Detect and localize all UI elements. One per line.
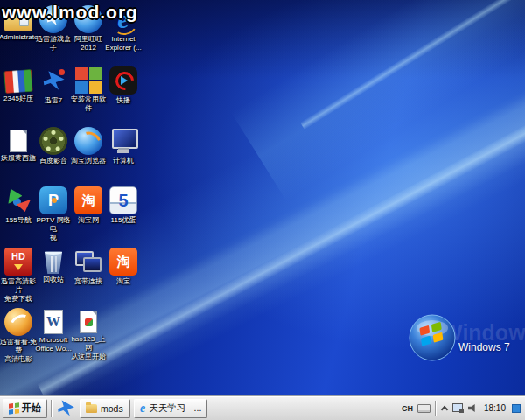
tbsq-icon: 淘 [74, 186, 102, 214]
icon-label: PPTV 网络电 视 [34, 216, 73, 242]
desktop-icon-grid: Administrator迅雷游戏盒子阿里旺旺2012eInternet Exp… [0, 0, 525, 420]
taskbar-window-label: 天天学习 - ... [149, 402, 201, 415]
desktop-icon-broadband-connection[interactable]: 宽带连接 [69, 248, 108, 286]
ime-language-indicator[interactable]: CH [402, 404, 413, 413]
desktop-icon-taobao-site[interactable]: 淘淘宝网 [69, 186, 108, 225]
tray-separator [435, 401, 436, 416]
icon-label: 2345好压 [0, 94, 38, 103]
start-label: 开始 [22, 402, 41, 415]
desktop-icon-taobao[interactable]: 淘淘宝 [104, 248, 143, 286]
desktop-icon-xunlei-hd-movies[interactable]: HD迅雷高清影片 免费下载 [0, 248, 38, 304]
desktop-icon-pptv-network-tv[interactable]: PPPTV 网络电 视 [34, 186, 73, 242]
kankan-icon [4, 308, 32, 336]
speaker-icon[interactable] [468, 403, 478, 413]
zip2345-icon [4, 69, 33, 94]
hidden-icons-chevron[interactable] [440, 404, 448, 412]
icon-label: 计算机 [104, 157, 143, 165]
taskbar-window-label: mods [101, 403, 123, 414]
desktop-icon-xunlei-kankan[interactable]: 迅雷看看-免费 高清电影 [0, 308, 38, 364]
bin-icon [43, 249, 64, 274]
icon-label: 淘宝 [104, 277, 143, 286]
desktop-icon-xunlei-7[interactable]: 迅雷7 [34, 66, 73, 105]
desktop-icon-qvod-player[interactable]: 快播 [104, 66, 143, 105]
keyboard-icon[interactable] [417, 404, 430, 413]
desktop-icon-115-youdan[interactable]: 5115优蛋 [104, 186, 143, 225]
pptv-icon: P [39, 186, 67, 214]
icon-label: 淘宝网 [69, 216, 108, 225]
desktop-screen: Windows 7 Windows 7 www.lmod.org Adminis… [0, 0, 525, 420]
icon-glyph: 5 [110, 187, 136, 214]
icon-glyph: P [39, 186, 67, 214]
icon-glyph: 淘 [74, 186, 102, 214]
ie-icon: e [140, 402, 145, 415]
desktop-icon-hao123-shortcut[interactable]: hao123_上网 从这里开始 [69, 308, 108, 361]
desktop-icon-baidu-player[interactable]: 百度影音 [34, 127, 73, 165]
icon-label: 阿里旺旺2012 [69, 35, 108, 52]
icon-label: Administrator [0, 33, 38, 42]
site-watermark: www.lmod.org [2, 2, 138, 23]
broadband-icon [74, 248, 102, 276]
icon-label: 155导航 [0, 216, 38, 225]
doc-icon [10, 130, 27, 152]
icon-label: 妖服黄西施 [0, 154, 38, 163]
desktop-icon-155-navigation[interactable]: 155导航 [0, 186, 38, 225]
icon-label: Microsoft Office Wo... [34, 336, 73, 354]
icon-glyph: HD [4, 248, 32, 276]
start-button[interactable]: 开始 [3, 399, 47, 418]
tbsq2-icon: 淘 [109, 248, 137, 276]
icon-label: 宽带连接 [69, 277, 108, 286]
icon-label: 回收站 [34, 276, 73, 284]
folder-icon [86, 404, 97, 413]
network-icon[interactable] [452, 403, 464, 413]
computer-icon [109, 127, 137, 155]
desktop-icon-microsoft-word[interactable]: WMicrosoft Office Wo... [34, 308, 73, 354]
icon-label: 快播 [104, 96, 143, 105]
icon-label: 115优蛋 [104, 216, 143, 225]
icon-label: hao123_上网 从这里开始 [69, 335, 108, 361]
thunder-quick-launch-icon[interactable] [55, 400, 76, 417]
desktop-icon-taobao-browser[interactable]: 淘宝浏览器 [69, 127, 108, 165]
taskbar: 开始 mods e 天天学习 - ... CH 18:10 [0, 396, 525, 420]
desktop-icon-recycle-bin[interactable]: 回收站 [34, 248, 73, 284]
tbglobe-icon [74, 127, 102, 155]
word-icon: W [44, 310, 63, 334]
desktop-icon-2345-haozip[interactable]: 2345好压 [0, 66, 38, 103]
icon-label: 百度影音 [34, 157, 73, 165]
icon-label: 迅雷7 [34, 96, 73, 105]
taskbar-window-tiantianxuexi[interactable]: e 天天学习 - ... [134, 399, 207, 418]
thunder-icon [39, 66, 67, 94]
desktop-icon-computer[interactable]: 计算机 [104, 127, 143, 165]
system-tray: CH 18:10 [400, 399, 522, 418]
desktop-icon-yaofu-text-file[interactable]: 妖服黄西施 [0, 127, 38, 163]
hao123-icon [80, 311, 97, 333]
disk115-icon: 5 [109, 186, 137, 214]
icon-glyph: W [45, 311, 62, 333]
hd-icon: HD [4, 248, 32, 276]
qvod-icon [109, 66, 137, 94]
desktop-icon-install-common-software[interactable]: 安装常用软件 [69, 66, 108, 113]
tray-app-icon[interactable] [512, 404, 521, 413]
icon-label: 安装常用软件 [69, 95, 108, 113]
clock[interactable]: 18:10 [482, 403, 508, 413]
navbird-icon [4, 186, 32, 214]
icon-label: 迅雷游戏盒子 [34, 35, 73, 52]
icon-label: Internet Explorer (... [104, 35, 143, 52]
taskbar-separator [51, 400, 52, 417]
icon-label: 迅雷看看-免费 高清电影 [0, 338, 38, 364]
icon-label: 迅雷高清影片 免费下载 [0, 277, 38, 304]
windows-logo-icon [9, 402, 19, 414]
taskbar-window-mods[interactable]: mods [80, 399, 130, 418]
winsq-icon [75, 67, 102, 94]
icon-glyph: 淘 [109, 248, 137, 276]
icon-label: 淘宝浏览器 [69, 157, 108, 165]
reel-icon [39, 127, 67, 155]
